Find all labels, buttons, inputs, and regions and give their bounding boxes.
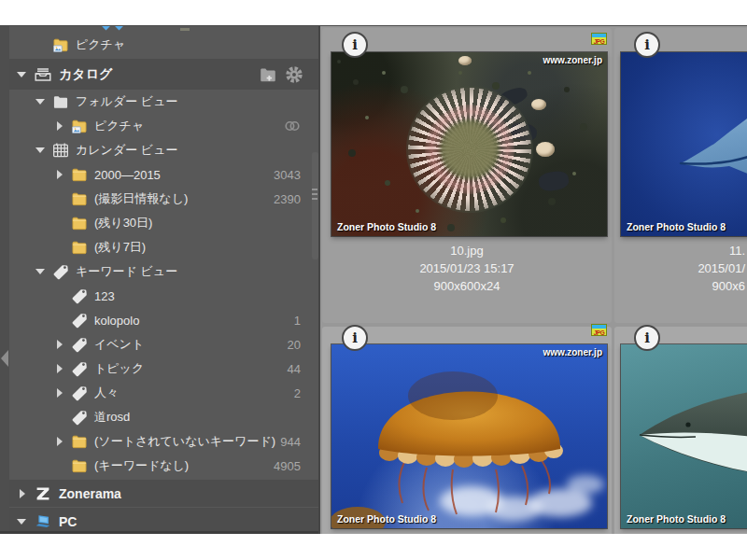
pc-laptop-icon xyxy=(33,511,53,532)
info-icon[interactable]: i xyxy=(634,32,660,58)
chevron-down-icon[interactable] xyxy=(35,269,51,274)
chevron-right-icon[interactable] xyxy=(54,170,70,179)
item-count: 2 xyxy=(294,386,301,400)
watermark-url: www.zoner.jp xyxy=(543,55,602,65)
photo-sea-anemone[interactable]: www.zoner.jp Zoner Photo Studio 8 xyxy=(331,52,607,236)
chevron-right-icon[interactable] xyxy=(54,437,70,446)
photo-dolphin-teal[interactable]: Zoner Photo Studio 8 xyxy=(621,344,747,528)
clipped-tree-item xyxy=(9,26,318,33)
pictures-folder-icon xyxy=(51,35,70,54)
chevron-right-icon[interactable] xyxy=(54,364,70,373)
pictures-folder-icon xyxy=(70,117,89,135)
sidebar-section-zonerama[interactable]: Zonerama xyxy=(9,480,318,507)
tag-icon xyxy=(70,384,89,402)
bottom-white-margin xyxy=(0,534,747,560)
collapse-left-icon[interactable] xyxy=(1,350,8,367)
tree-item-pictures[interactable]: ピクチャ xyxy=(9,114,318,138)
chevron-down-icon[interactable] xyxy=(35,147,51,153)
tag-icon xyxy=(70,335,89,354)
thumbnail-cell[interactable]: www.zoner.jp Zoner Photo Studio 8 i JPG xyxy=(322,327,612,535)
chevron-down-icon[interactable] xyxy=(17,519,33,525)
pebble xyxy=(458,56,472,65)
folder-icon xyxy=(70,189,89,208)
stone xyxy=(538,170,570,192)
app-window: ピクチャ カタログ フォルダー ビュー ピクチャ xyxy=(0,25,747,534)
thumbnail-cell[interactable]: Zoner Photo Studio 8 i xyxy=(614,327,747,535)
panel-collapse-strip[interactable] xyxy=(0,26,9,534)
pebble xyxy=(531,99,546,110)
anemone xyxy=(408,88,531,211)
tree-item-keyword-view[interactable]: キーワード ビュー xyxy=(9,259,318,284)
folder-icon xyxy=(70,456,89,475)
chevron-right-icon[interactable] xyxy=(54,340,70,349)
folder-icon xyxy=(70,238,89,257)
tag-icon xyxy=(70,359,89,378)
watermark-url: www.zoner.jp xyxy=(543,347,602,357)
scrollbar-grip[interactable] xyxy=(312,189,317,201)
info-icon[interactable]: i xyxy=(634,325,660,351)
chevron-down-icon[interactable] xyxy=(35,99,51,105)
tag-icon xyxy=(70,287,89,305)
watermark-brand: Zoner Photo Studio 8 xyxy=(627,513,726,525)
dolphin-art xyxy=(621,344,747,528)
tree-item-last-7-days[interactable]: (残り7日) xyxy=(9,235,318,259)
item-count: 944 xyxy=(280,435,301,449)
tree-item-last-30-days[interactable]: (残り30日) xyxy=(9,211,318,235)
navigation-sidebar: ピクチャ カタログ フォルダー ビュー ピクチャ xyxy=(9,26,318,534)
item-count: 3043 xyxy=(274,168,301,182)
caption-datetime: 2015/01/23 15:17 xyxy=(322,259,612,277)
info-icon[interactable]: i xyxy=(342,32,368,58)
tree-item-event[interactable]: イベント 20 xyxy=(9,332,318,357)
photo-jellyfish[interactable]: www.zoner.jp Zoner Photo Studio 8 xyxy=(331,344,607,528)
tree-item-michi-rosd[interactable]: 道rosd xyxy=(9,405,318,429)
tree-item-no-date-info[interactable]: (撮影日情報なし) 2390 xyxy=(9,187,318,211)
gear-icon[interactable] xyxy=(284,64,304,85)
watermark-brand: Zoner Photo Studio 8 xyxy=(337,513,436,525)
item-count: 20 xyxy=(288,338,301,352)
tree-item-kolopolo[interactable]: kolopolo 1 xyxy=(9,308,318,332)
tree-item-topic[interactable]: トピック 44 xyxy=(9,357,318,381)
chevron-right-icon[interactable] xyxy=(54,388,70,398)
rock-texture xyxy=(337,60,341,63)
tree-item-unsorted-keywords[interactable]: (ソートされていないキーワード) 944 xyxy=(9,429,318,454)
sidebar-section-pc[interactable]: PC xyxy=(9,508,318,534)
tree-item-folder-view[interactable]: フォルダー ビュー xyxy=(9,90,318,114)
sidebar-scrollbar[interactable] xyxy=(312,152,318,259)
pebble xyxy=(536,142,555,157)
screenshot-root: ピクチャ カタログ フォルダー ビュー ピクチャ xyxy=(0,0,747,560)
tag-icon xyxy=(51,262,70,281)
caption-filename: 11. xyxy=(622,242,745,259)
chevron-right-icon[interactable] xyxy=(54,121,70,131)
tree-item-2000-2015[interactable]: 2000—2015 3043 xyxy=(9,162,318,187)
tree-item-123[interactable]: 123 xyxy=(9,284,318,308)
photo-dolphin-blue[interactable]: Zoner Photo Studio 8 xyxy=(621,52,747,236)
watermark-brand: Zoner Photo Studio 8 xyxy=(627,221,726,232)
add-folder-button[interactable] xyxy=(258,64,278,85)
tag-icon xyxy=(70,408,89,427)
caption-dimensions: 900x600x24 xyxy=(322,277,612,295)
thumbnail-caption: 11. 2015/01/ 900x6 xyxy=(622,242,745,295)
clipped-icon xyxy=(180,28,190,31)
chevron-down-icon[interactable] xyxy=(17,72,33,77)
tree-item-calendar-view[interactable]: カレンダー ビュー xyxy=(9,138,318,162)
caption-datetime: 2015/01/ xyxy=(622,259,745,277)
dolphin-art xyxy=(621,52,747,236)
tag-icon xyxy=(70,311,89,329)
info-icon[interactable]: i xyxy=(342,325,368,351)
sidebar-item-pictures-top[interactable]: ピクチャ xyxy=(9,33,318,57)
item-count: 44 xyxy=(288,362,301,376)
thumbnail-cell[interactable]: Zoner Photo Studio 8 i 11. 2015/01/ 900x… xyxy=(614,28,747,323)
zonerama-logo-icon xyxy=(33,483,53,504)
chevron-right-icon[interactable] xyxy=(17,489,33,498)
tree-item-people[interactable]: 人々 2 xyxy=(9,381,318,405)
folder-icon xyxy=(70,165,89,184)
thumbnail-cell[interactable]: www.zoner.jp Zoner Photo Studio 8 i JPG … xyxy=(322,28,612,323)
clipped-icon xyxy=(102,26,111,30)
item-count: 4905 xyxy=(274,459,301,473)
tree-item-no-keyword[interactable]: (キーワードなし) 4905 xyxy=(9,454,318,478)
jellyfish-art xyxy=(331,344,607,528)
catalog-icon xyxy=(33,64,53,85)
folder-icon xyxy=(70,432,89,451)
thumbnail-caption: 10.jpg 2015/01/23 15:17 900x600x24 xyxy=(322,242,612,295)
sidebar-section-catalog[interactable]: カタログ xyxy=(9,59,318,90)
